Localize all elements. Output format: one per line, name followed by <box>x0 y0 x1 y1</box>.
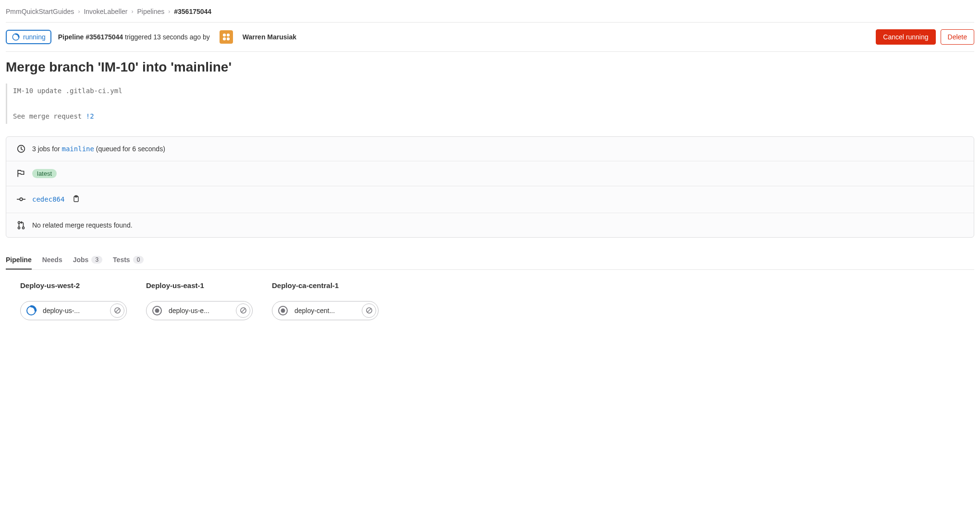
flag-icon <box>17 169 25 178</box>
tab-label: Needs <box>42 256 62 264</box>
merge-request-link[interactable]: !2 <box>86 112 94 120</box>
tab-count: 0 <box>133 256 144 264</box>
page-title: Merge branch 'IM-10' into 'mainline' <box>6 60 974 75</box>
info-row-jobs: 3 jobs for mainline (queued for 6 second… <box>6 137 974 161</box>
running-icon <box>24 304 38 317</box>
author-name[interactable]: Warren Marusiak <box>243 33 296 41</box>
pipeline-tabs: Pipeline Needs Jobs 3 Tests 0 <box>6 251 974 270</box>
delete-button[interactable]: Delete <box>941 29 974 45</box>
cancel-icon <box>240 307 247 314</box>
job-pill[interactable]: deploy-us-e... <box>146 301 253 320</box>
stage-column: Deploy-ca-central-1 deploy-cent... <box>272 281 379 320</box>
commit-description: IM-10 update .gitlab-ci.yml See merge re… <box>6 84 974 124</box>
commit-desc-line: See merge request !2 <box>13 110 974 123</box>
svg-point-8 <box>18 227 20 229</box>
pipeline-prefix: Pipeline <box>58 33 86 41</box>
tag-latest: latest <box>32 169 57 178</box>
avatar[interactable] <box>220 30 233 44</box>
breadcrumb: PmmQuickStartGuides › InvokeLabeller › P… <box>6 6 974 22</box>
info-row-commit: cedec864 <box>6 186 974 213</box>
tab-jobs[interactable]: Jobs 3 <box>73 251 102 270</box>
pipeline-info-panel: 3 jobs for mainline (queued for 6 second… <box>6 136 974 238</box>
info-row-merge-requests: No related merge requests found. <box>6 213 974 237</box>
stage-column: Deploy-us-east-1 deploy-us-e... <box>146 281 253 320</box>
svg-point-2 <box>20 198 23 201</box>
cancel-icon <box>366 307 373 314</box>
pipeline-triggered-text: Pipeline #356175044 triggered 13 seconds… <box>58 33 210 41</box>
clock-icon <box>17 145 25 153</box>
tab-label: Tests <box>113 256 130 264</box>
pending-icon <box>150 304 164 317</box>
svg-point-18 <box>281 308 285 313</box>
chevron-right-icon: › <box>168 8 170 15</box>
status-badge-running[interactable]: running <box>6 30 51 44</box>
stage-column: Deploy-us-west-2 deploy-us-... <box>20 281 127 320</box>
job-label: deploy-us-e... <box>169 307 231 314</box>
chevron-right-icon: › <box>131 8 133 15</box>
running-icon <box>12 33 20 41</box>
commit-desc-line: IM-10 update .gitlab-ci.yml <box>13 84 974 97</box>
pipeline-id: #356175044 <box>86 33 123 41</box>
jobs-summary: 3 jobs for mainline (queued for 6 second… <box>32 145 165 153</box>
cancel-icon <box>114 307 121 314</box>
cancel-running-button[interactable]: Cancel running <box>876 29 935 45</box>
tab-needs[interactable]: Needs <box>42 251 62 270</box>
tab-count: 3 <box>91 256 102 264</box>
merge-requests-text: No related merge requests found. <box>32 221 133 229</box>
breadcrumb-item-pipelines[interactable]: Pipelines <box>137 8 164 15</box>
info-row-tags: latest <box>6 161 974 186</box>
job-label: deploy-cent... <box>294 307 357 314</box>
stage-name: Deploy-ca-central-1 <box>272 281 379 290</box>
job-pill[interactable]: deploy-us-... <box>20 301 127 320</box>
tab-label: Jobs <box>73 256 89 264</box>
merge-request-prefix: See merge request <box>13 112 86 120</box>
svg-line-16 <box>241 309 245 313</box>
breadcrumb-item-project[interactable]: InvokeLabeller <box>84 8 127 15</box>
stage-name: Deploy-us-west-2 <box>20 281 127 290</box>
jobs-suffix: (queued for 6 seconds) <box>94 145 165 153</box>
triggered-ago: triggered 13 seconds ago by <box>123 33 210 41</box>
header-left: running Pipeline #356175044 triggered 13… <box>6 30 296 44</box>
copy-sha-button[interactable] <box>71 194 81 205</box>
svg-point-9 <box>22 227 24 229</box>
chevron-right-icon: › <box>78 8 80 15</box>
breadcrumb-item-group[interactable]: PmmQuickStartGuides <box>6 8 74 15</box>
header-actions: Cancel running Delete <box>876 29 974 45</box>
svg-point-7 <box>18 221 20 223</box>
branch-link[interactable]: mainline <box>61 145 94 153</box>
clipboard-icon <box>72 195 80 203</box>
svg-line-20 <box>367 309 371 313</box>
job-pill[interactable]: deploy-cent... <box>272 301 379 320</box>
job-label: deploy-us-... <box>43 307 105 314</box>
tab-pipeline[interactable]: Pipeline <box>6 251 32 270</box>
stage-name: Deploy-us-east-1 <box>146 281 253 290</box>
cancel-job-button[interactable] <box>110 303 124 318</box>
commit-sha-link[interactable]: cedec864 <box>32 195 64 203</box>
merge-request-icon <box>17 221 25 229</box>
status-badge-label: running <box>23 33 46 41</box>
pending-icon <box>276 304 290 317</box>
divider <box>6 51 974 52</box>
pipeline-stages: Deploy-us-west-2 deploy-us-... Deploy-us… <box>6 270 974 320</box>
tab-tests[interactable]: Tests 0 <box>113 251 144 270</box>
commit-icon <box>17 195 25 204</box>
pipeline-header: running Pipeline #356175044 triggered 13… <box>6 23 974 51</box>
svg-point-14 <box>155 308 159 313</box>
svg-line-12 <box>115 309 119 313</box>
jobs-prefix: 3 jobs for <box>32 145 61 153</box>
cancel-job-button[interactable] <box>362 303 376 318</box>
tab-label: Pipeline <box>6 256 32 264</box>
breadcrumb-current: #356175044 <box>174 8 211 15</box>
cancel-job-button[interactable] <box>236 303 250 318</box>
